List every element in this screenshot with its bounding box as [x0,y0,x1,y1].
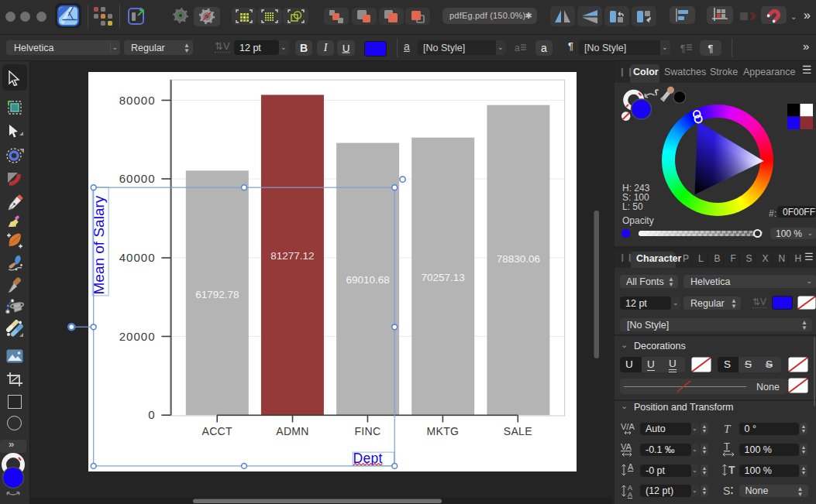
svg-text:70257.13: 70257.13 [422,272,465,283]
svg-text:T: T [724,423,732,435]
svg-text:80000: 80000 [119,94,156,107]
svg-text:81277.12: 81277.12 [270,250,314,262]
svg-text:ACCT: ACCT [202,425,232,437]
svg-text:0: 0 [148,408,155,421]
svg-text:SALE: SALE [504,425,532,437]
svg-text:20000: 20000 [119,330,156,343]
svg-text:Mean of Salary: Mean of Salary [91,195,107,294]
svg-text:A: A [628,491,632,499]
svg-text:V/A: V/A [621,422,635,431]
svg-text:¶: ¶ [680,43,685,54]
svg-text:VA: VA [621,442,632,451]
svg-text:78830.06: 78830.06 [497,253,540,265]
svg-text:FINC: FINC [354,425,380,437]
svg-text:69010.68: 69010.68 [346,274,389,286]
svg-text:T: T [728,464,735,476]
svg-text:T: T [724,441,730,452]
svg-text:60000: 60000 [119,172,156,185]
svg-text:a: a [515,43,520,53]
svg-text:61792.78: 61792.78 [195,289,239,300]
svg-text:ADMN: ADMN [276,425,308,437]
svg-text:S: S [723,485,730,497]
svg-text:MKTG: MKTG [427,425,460,437]
svg-text:A: A [628,462,634,471]
svg-text:None: None [756,382,780,393]
svg-text:40000: 40000 [119,251,156,264]
